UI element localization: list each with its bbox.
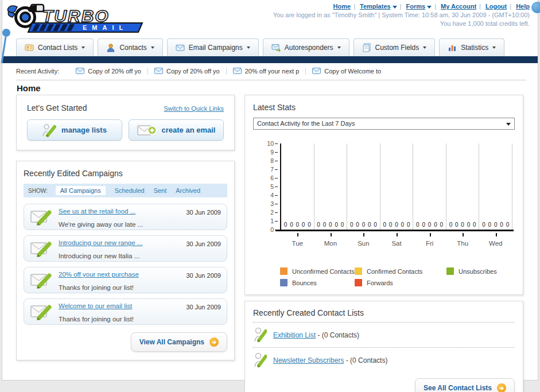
campaign-title[interactable]: Introducing our new range ... xyxy=(59,239,142,246)
recent-activity-text: Copy of 20% off yo xyxy=(88,68,141,75)
value-label: 0 xyxy=(422,222,425,228)
contact-list-name[interactable]: Newsletter Subscribers xyxy=(273,356,344,364)
campaign-date: 30 Jun 2009 xyxy=(186,272,221,279)
arrow-right-icon: ➔ xyxy=(497,383,506,392)
campaign-date: 30 Jun 2009 xyxy=(186,209,221,216)
contact-list-item[interactable]: Exhibition List - (0 Contacts) xyxy=(253,323,515,348)
switch-quick-links-link[interactable]: Switch to Quick Links xyxy=(164,105,224,112)
nav-link-forms[interactable]: Forms xyxy=(406,3,426,10)
campaign-list: See us at the retail food ... We're givi… xyxy=(24,204,227,325)
recent-activity-item[interactable]: Copy of Welcome to xyxy=(305,68,387,75)
campaign-title[interactable]: Welcome to our email list xyxy=(59,302,132,309)
y-tick-mark xyxy=(275,195,278,196)
x-tick-mark xyxy=(463,233,464,236)
value-label: 0 xyxy=(362,222,366,228)
campaign-filter[interactable]: Sent xyxy=(154,187,167,194)
y-tick-label: 4 xyxy=(257,192,274,199)
y-tick-label: 2 xyxy=(257,209,274,216)
y-tick-label: 0 xyxy=(257,226,274,233)
value-label: 0 xyxy=(401,222,405,228)
stats-period-dropdown[interactable]: Contact Activity for the Last 7 Days xyxy=(253,118,515,130)
nav-link-my-account[interactable]: My Account xyxy=(441,3,476,10)
value-label: 0 xyxy=(302,222,305,228)
tab-contact-lists[interactable]: Contact Lists xyxy=(16,38,94,56)
campaign-item[interactable]: 20% off your next purchase Thanks for jo… xyxy=(24,267,227,293)
y-tick-label: 10 xyxy=(257,140,274,147)
value-label: 0 xyxy=(449,222,453,228)
get-started-panel: Let's Get Started Switch to Quick Links … xyxy=(16,95,235,150)
tab-statistics[interactable]: Statistics xyxy=(439,38,504,56)
value-label: 0 xyxy=(308,222,311,228)
value-label: 0 xyxy=(416,222,419,228)
mail-icon xyxy=(154,68,163,74)
campaign-item[interactable]: See us at the retail food ... We're givi… xyxy=(24,204,227,230)
value-label: 0 xyxy=(407,222,410,228)
login-info: You are logged in as "Timothy Smith" | S… xyxy=(273,11,530,18)
campaign-filter[interactable]: Scheduled xyxy=(115,187,145,194)
value-label: 0 xyxy=(488,222,492,228)
email-campaigns-icon xyxy=(176,43,185,52)
person-pencil-icon xyxy=(254,352,267,368)
tab-custom-fields[interactable]: Custom Fields xyxy=(353,38,436,56)
recent-activity-item[interactable]: Copy of 20% off yo xyxy=(147,68,226,75)
chart-day-group: 00000Fri xyxy=(413,143,446,230)
recent-activity-item[interactable]: 20% off your next p xyxy=(226,68,306,75)
value-label: 0 xyxy=(482,222,485,228)
campaign-item[interactable]: Welcome to our email list Thanks for joi… xyxy=(24,298,227,325)
arrow-right-icon: ➔ xyxy=(209,337,219,347)
logo-subtitle-text: EMAIL xyxy=(83,24,128,31)
campaign-subtitle: Introducing our new Italia ... xyxy=(59,253,139,259)
y-tick-label: 8 xyxy=(257,157,274,164)
nav-link-help[interactable]: Help xyxy=(516,3,530,10)
y-tick-mark xyxy=(275,161,278,161)
new-email-icon xyxy=(137,124,157,137)
y-tick-label: 3 xyxy=(257,200,274,207)
nav-separator: | xyxy=(400,3,402,10)
divider xyxy=(16,80,526,80)
tab-label: Contact Lists xyxy=(38,44,77,52)
tab-email-campaigns[interactable]: Email Campaigns xyxy=(167,38,259,56)
nav-link-templates[interactable]: Templates xyxy=(360,3,391,10)
envelope-pencil-icon xyxy=(30,303,53,320)
recent-activity-item[interactable]: Copy of 20% off yo xyxy=(69,68,147,75)
campaign-title[interactable]: 20% off your next purchase xyxy=(59,271,139,278)
page-title: Home xyxy=(17,83,41,93)
legend-swatch xyxy=(446,267,454,275)
campaign-title[interactable]: See us at the retail food ... xyxy=(59,208,135,215)
campaign-item[interactable]: Introducing our new range ... Introducin… xyxy=(24,235,227,262)
tab-autoresponders[interactable]: Autoresponders xyxy=(263,38,349,56)
button-label: create an email xyxy=(162,126,216,134)
contact-list-detail: - (0 Contacts) xyxy=(317,331,359,339)
value-label: 0 xyxy=(317,222,320,228)
value-label: 0 xyxy=(350,222,353,228)
contact-list-name[interactable]: Exhibition List xyxy=(273,331,316,339)
contact-list-item[interactable]: Newsletter Subscribers - (0 Contacts) xyxy=(253,348,515,372)
x-tick-mark xyxy=(496,233,497,236)
chart-day-group: 00000Thu xyxy=(446,143,480,230)
campaign-filter[interactable]: Archived xyxy=(176,187,200,194)
tab-contacts[interactable]: Contacts xyxy=(98,38,162,56)
manage-lists-button[interactable]: manage lists xyxy=(27,119,122,141)
campaign-subtitle: Thanks for joining our list! xyxy=(59,316,134,323)
x-tick-label: Wed xyxy=(479,240,512,247)
nav-link-home[interactable]: Home xyxy=(333,3,351,10)
chevron-down-icon xyxy=(492,46,496,49)
y-tick-mark xyxy=(275,169,278,170)
value-label: 0 xyxy=(368,222,371,228)
value-label: 0 xyxy=(461,222,464,228)
see-all-contact-lists-button[interactable]: See All Contact Lists ➔ xyxy=(415,378,515,392)
nav-link-logout[interactable]: Logout xyxy=(485,3,507,10)
create-email-button[interactable]: create an email xyxy=(129,119,224,141)
view-all-campaigns-button[interactable]: View All Campaigns ➔ xyxy=(131,332,227,352)
y-tick-mark xyxy=(275,187,278,187)
recent-activity-bar: Recent Activity: Copy of 20% off yo Copy… xyxy=(2,63,538,79)
value-label: 0 xyxy=(506,222,510,228)
nav-separator: | xyxy=(353,3,355,10)
button-label: See All Contact Lists xyxy=(424,384,492,392)
value-label: 0 xyxy=(389,222,393,228)
legend-swatch xyxy=(280,279,288,286)
campaign-filter[interactable]: All Campaigns xyxy=(56,186,106,195)
legend-label: Confirmed Contacts xyxy=(367,268,422,275)
legend-item: Bounces xyxy=(280,279,355,286)
chevron-down-icon xyxy=(427,6,432,9)
